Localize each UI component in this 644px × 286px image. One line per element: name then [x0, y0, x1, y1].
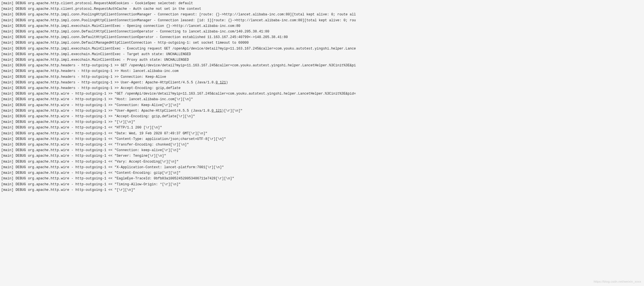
log-line: [main] DEBUG org.apache.http.impl.conn.P…	[1, 12, 643, 17]
log-line: [main] DEBUG org.apache.http.wire - http…	[1, 165, 643, 170]
log-line: [main] DEBUG org.apache.http.impl.execch…	[1, 46, 643, 51]
log-line: [main] DEBUG org.apache.http.client.prot…	[1, 6, 643, 12]
log-line: [main] DEBUG org.apache.http.wire - http…	[1, 147, 643, 153]
log-line: [main] DEBUG org.apache.http.wire - http…	[1, 153, 643, 159]
log-line: [main] DEBUG org.apache.http.client.prot…	[1, 1, 643, 6]
log-line: [main] DEBUG org.apache.http.wire - http…	[1, 108, 643, 114]
log-line: [main] DEBUG org.apache.http.impl.conn.D…	[1, 40, 643, 46]
log-line: [main] DEBUG org.apache.http.wire - http…	[1, 131, 643, 136]
log-line: [main] DEBUG org.apache.http.impl.conn.D…	[1, 29, 643, 34]
log-line: [main] DEBUG org.apache.http.wire - http…	[1, 187, 643, 193]
log-line: [main] DEBUG org.apache.http.impl.execch…	[1, 51, 643, 57]
log-line: [main] DEBUG org.apache.http.wire - http…	[1, 97, 643, 102]
log-line: [main] DEBUG org.apache.http.wire - http…	[1, 142, 643, 147]
log-line: [main] DEBUG org.apache.http.wire - http…	[1, 114, 643, 119]
log-line: [main] DEBUG org.apache.http.wire - http…	[1, 136, 643, 142]
log-output: [main] DEBUG org.apache.http.client.prot…	[1, 1, 643, 193]
log-line: [main] DEBUG org.apache.http.headers - h…	[1, 63, 643, 68]
log-line: [main] DEBUG org.apache.http.headers - h…	[1, 85, 643, 91]
log-line: [main] DEBUG org.apache.http.wire - http…	[1, 119, 643, 125]
log-line: [main] DEBUG org.apache.http.impl.conn.D…	[1, 34, 643, 40]
log-line: [main] DEBUG org.apache.http.headers - h…	[1, 74, 643, 80]
log-line: [main] DEBUG org.apache.http.wire - http…	[1, 170, 643, 176]
log-line: [main] DEBUG org.apache.http.impl.execch…	[1, 23, 643, 29]
log-line: [main] DEBUG org.apache.http.wire - http…	[1, 182, 643, 187]
log-line: [main] DEBUG org.apache.http.wire - http…	[1, 91, 643, 97]
log-line: [main] DEBUG org.apache.http.headers - h…	[1, 80, 643, 85]
log-line: [main] DEBUG org.apache.http.headers - h…	[1, 68, 643, 74]
log-line: [main] DEBUG org.apache.http.wire - http…	[1, 176, 643, 181]
log-line: [main] DEBUG org.apache.http.wire - http…	[1, 159, 643, 165]
log-line: [main] DEBUG org.apache.http.impl.execch…	[1, 57, 643, 63]
log-line: [main] DEBUG org.apache.http.wire - http…	[1, 102, 643, 108]
log-line: [main] DEBUG org.apache.http.wire - http…	[1, 125, 643, 130]
log-line: [main] DEBUG org.apache.http.impl.conn.P…	[1, 18, 643, 23]
